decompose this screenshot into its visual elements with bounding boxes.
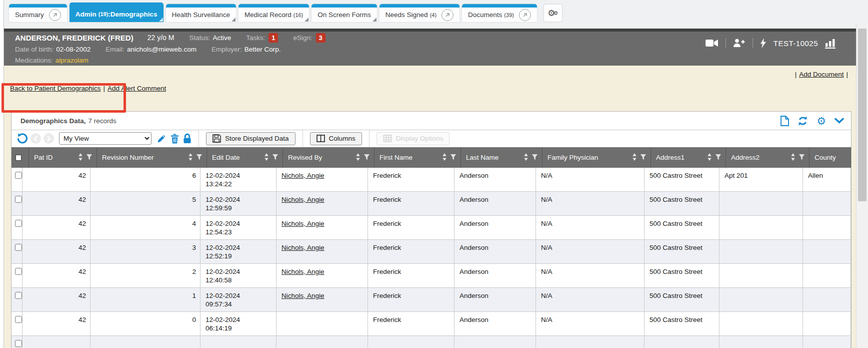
cell-revision: 5 xyxy=(90,192,200,215)
tab-count: (19) xyxy=(98,11,108,17)
filter-funnel-icon[interactable] xyxy=(86,154,92,162)
delete-view-trash-icon[interactable] xyxy=(170,134,179,144)
revised-by-link[interactable]: Nichols, Angie xyxy=(282,292,324,299)
external-link-icon[interactable] xyxy=(519,9,531,21)
tab-admin[interactable]: Admin(19):Demographics xyxy=(70,3,164,22)
demographics-table: Pat IDRevision NumberEdit DateRevised By… xyxy=(12,147,851,348)
lock-view-icon[interactable] xyxy=(183,133,192,144)
cell-last-name: Anderson xyxy=(454,288,536,311)
sort-icon[interactable] xyxy=(78,153,83,162)
row-checkbox[interactable] xyxy=(15,268,22,275)
cell-revised-by: Nichols, Angie xyxy=(276,264,368,287)
sort-icon[interactable] xyxy=(707,153,712,162)
filter-funnel-icon[interactable] xyxy=(715,154,722,162)
row-checkbox[interactable] xyxy=(15,244,22,251)
chart-settings-button[interactable]: ⚙⚙ xyxy=(544,4,562,22)
add-document-link[interactable]: Add Document xyxy=(799,71,844,78)
sort-icon[interactable] xyxy=(188,153,193,162)
reset-view-icon[interactable] xyxy=(16,133,28,144)
column-header-first-name[interactable]: First Name xyxy=(374,147,461,168)
filter-funnel-icon[interactable] xyxy=(798,154,805,162)
row-checkbox-cell xyxy=(12,192,22,215)
tab-documents[interactable]: Documents(39) xyxy=(462,4,537,22)
revised-by-link[interactable]: Nichols, Angie xyxy=(282,220,324,227)
tab-on-screen-forms[interactable]: On Screen Forms xyxy=(312,4,377,22)
esign-badge[interactable]: 3 xyxy=(316,33,326,43)
bar-chart-icon[interactable] xyxy=(825,38,836,49)
medications-value[interactable]: alprazolam xyxy=(56,57,88,64)
row-checkbox[interactable] xyxy=(15,172,22,179)
sort-icon[interactable] xyxy=(264,153,269,162)
revised-by-link[interactable]: Nichols, Angie xyxy=(282,268,324,275)
filter-funnel-icon[interactable] xyxy=(640,154,646,162)
separator: | xyxy=(795,71,797,78)
sort-icon[interactable] xyxy=(632,153,637,162)
column-header-address1[interactable]: Address1 xyxy=(651,147,726,168)
column-header-pat-id[interactable]: Pat ID xyxy=(29,147,97,168)
tab-health-surveillance[interactable]: Health Surveillance xyxy=(166,4,236,22)
column-header-revision[interactable]: Revision Number xyxy=(97,147,207,168)
refresh-icon[interactable] xyxy=(798,116,808,126)
row-checkbox[interactable] xyxy=(15,196,22,203)
select-all-checkbox[interactable] xyxy=(16,155,22,161)
revised-by-link[interactable]: Nichols, Angie xyxy=(282,172,324,179)
add-alert-comment-link[interactable]: Add Alert Comment xyxy=(108,85,166,92)
cell-family-physician: N/A xyxy=(536,312,644,335)
cell-address1: 500 Castro Street xyxy=(644,216,720,239)
column-label: Last Name xyxy=(466,154,498,161)
video-camera-icon[interactable] xyxy=(706,39,718,48)
filter-funnel-icon[interactable] xyxy=(272,154,278,162)
column-header-last-name[interactable]: Last Name xyxy=(461,147,542,168)
store-displayed-data-button[interactable]: Store Displayed Data xyxy=(206,132,296,145)
tab-medical-record[interactable]: Medical Record(16) xyxy=(238,4,309,22)
sort-icon[interactable] xyxy=(356,153,360,162)
cell-revision: 6 xyxy=(90,168,200,191)
column-header-address2[interactable]: Address2 xyxy=(726,147,810,168)
column-header-family-physician[interactable]: Family Physician xyxy=(542,147,651,168)
previous-view-button[interactable] xyxy=(30,133,41,144)
revised-by-link[interactable]: Nichols, Angie xyxy=(282,196,324,203)
patient-banner-row2: Date of birth: 02-08-2002 Email: anichol… xyxy=(15,44,280,55)
cell-revision: 4 xyxy=(90,216,200,239)
tasks-badge[interactable]: 1 xyxy=(268,33,278,43)
view-select[interactable]: My View xyxy=(59,132,152,145)
lightning-bolt-icon[interactable] xyxy=(760,38,766,49)
chevron-down-icon[interactable] xyxy=(834,118,844,124)
vertical-scrollbar[interactable] xyxy=(856,23,868,348)
patient-name: ANDERSON, FREDERICK (FRED) xyxy=(15,34,134,42)
filter-funnel-icon[interactable] xyxy=(196,154,202,162)
new-document-icon[interactable] xyxy=(780,116,789,126)
cell-pat-id: 42 xyxy=(22,192,90,215)
row-checkbox[interactable] xyxy=(15,340,22,347)
back-to-patient-demographics-link[interactable]: Back to Patient Demographics xyxy=(10,85,101,92)
filter-funnel-icon[interactable] xyxy=(450,154,456,162)
sort-icon[interactable] xyxy=(442,153,447,162)
cell-edit-date: 12-02-202413:24:22 xyxy=(200,168,276,191)
add-person-icon[interactable] xyxy=(733,39,746,48)
external-link-icon[interactable] xyxy=(442,9,454,21)
tab-summary[interactable]: Summary xyxy=(9,4,67,22)
scrollbar-thumb[interactable] xyxy=(858,29,866,201)
row-checkbox[interactable] xyxy=(15,316,22,323)
sort-icon[interactable] xyxy=(790,153,796,162)
row-checkbox-cell xyxy=(12,168,22,191)
filter-funnel-icon[interactable] xyxy=(364,154,370,162)
column-label: Address1 xyxy=(656,154,684,161)
row-checkbox[interactable] xyxy=(15,292,22,299)
next-view-button[interactable] xyxy=(44,133,54,144)
edit-view-pencil-icon[interactable] xyxy=(156,134,166,144)
tab-needs-signed[interactable]: Needs Signed(4) xyxy=(380,4,460,22)
columns-button[interactable]: Columns xyxy=(310,132,362,145)
divider xyxy=(752,38,753,48)
column-header-edit-date[interactable]: Edit Date xyxy=(207,147,283,168)
gear-icon[interactable]: ⚙ xyxy=(816,116,826,126)
filter-funnel-icon[interactable] xyxy=(532,154,538,162)
column-header-county[interactable]: County xyxy=(810,147,851,168)
revised-by-link[interactable]: Nichols, Angie xyxy=(282,244,324,251)
panel-title: Demographics Data, xyxy=(20,117,86,125)
external-link-icon[interactable] xyxy=(49,9,61,21)
row-checkbox[interactable] xyxy=(15,220,22,227)
column-header-revised-by[interactable]: Revised By xyxy=(283,147,374,168)
sort-icon[interactable] xyxy=(524,153,528,162)
cell-address2: Apt 201 xyxy=(720,168,803,191)
